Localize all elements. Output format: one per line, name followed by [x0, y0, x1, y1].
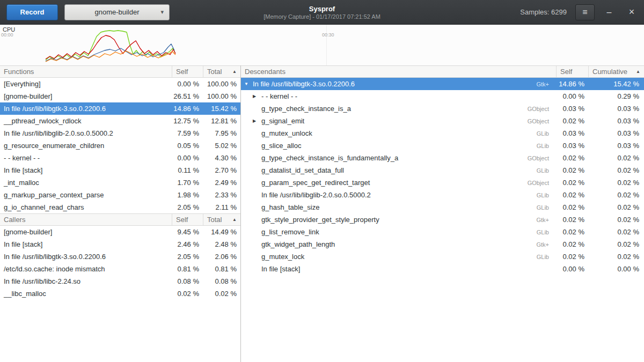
- self-percent: 2.46 %: [172, 240, 203, 248]
- column-header-total[interactable]: Total ▲: [203, 214, 240, 225]
- symbol-name: __pthread_rwlock_rdlock: [0, 117, 172, 125]
- self-percent: 12.75 %: [172, 117, 203, 125]
- table-row[interactable]: In file [stack]0.11 %2.70 %: [0, 164, 240, 176]
- symbol-name: In file /usr/lib/libgtk-3.so.0.2200.6: [0, 105, 172, 113]
- self-percent: 0.02 %: [556, 228, 588, 236]
- symbol-name: g_mutex_unlock: [261, 129, 312, 137]
- cpu-chart: [0, 25, 644, 65]
- table-row[interactable]: In file /usr/lib/libglib-2.0.so.0.5000.2…: [0, 127, 240, 139]
- title-box: Sysprof [Memory Capture] - 01/17/2017 07…: [264, 4, 380, 20]
- cumulative-percent: 0.00 %: [588, 265, 644, 273]
- table-row[interactable]: g_resource_enumerate_children0.05 %5.02 …: [0, 139, 240, 152]
- expander-open-icon[interactable]: ▼: [244, 82, 251, 86]
- column-header-functions[interactable]: Functions: [0, 66, 172, 77]
- close-button[interactable]: ×: [625, 5, 639, 19]
- table-row[interactable]: g_hash_table_sizeGLib0.02 %0.02 %: [241, 201, 644, 213]
- record-button[interactable]: Record: [6, 4, 58, 20]
- right-panel-empty-space: [241, 275, 644, 362]
- table-row[interactable]: [gnome-builder]26.51 %100.00 %: [0, 90, 240, 102]
- table-row[interactable]: [gnome-builder]9.45 %14.49 %: [0, 226, 240, 238]
- expander-closed-icon[interactable]: ▶: [253, 94, 259, 99]
- table-row[interactable]: In file [stack]2.46 %2.48 %: [0, 238, 240, 250]
- menu-button[interactable]: ≡: [575, 4, 595, 20]
- column-header-cumulative[interactable]: Cumulative ▲: [588, 66, 644, 77]
- symbol-name: gtk_style_provider_get_style_property: [261, 216, 379, 224]
- self-percent: 0.02 %: [556, 240, 588, 248]
- table-row[interactable]: g_slice_allocGLib0.03 %0.03 %: [241, 139, 644, 152]
- self-percent: 26.51 %: [172, 92, 203, 100]
- total-percent: 0.08 %: [203, 277, 240, 285]
- total-percent: 100.00 %: [203, 80, 240, 88]
- table-row[interactable]: g_markup_parse_context_parse1.98 %2.33 %: [0, 189, 240, 201]
- table-row[interactable]: gtk_widget_path_lengthGtk+0.02 %0.02 %: [241, 238, 644, 250]
- column-header-total-label: Total: [207, 68, 222, 76]
- table-row[interactable]: g_list_remove_linkGLib0.02 %0.02 %: [241, 226, 644, 238]
- symbol-name: g_mutex_lock: [261, 253, 304, 261]
- window-subtitle: [Memory Capture] - 01/17/2017 07:21:52 A…: [264, 13, 380, 20]
- column-header-self[interactable]: Self: [556, 66, 588, 77]
- minimize-button[interactable]: –: [602, 5, 616, 19]
- symbol-cell: g_mutex_unlockGLib: [241, 129, 556, 137]
- total-percent: 5.02 %: [203, 142, 240, 150]
- cpu-graph-area[interactable]: CPU 00:00 00:30: [0, 25, 644, 65]
- expander-closed-icon[interactable]: ▶: [253, 119, 259, 123]
- library-badge: GObject: [522, 118, 552, 124]
- total-percent: 14.49 %: [203, 228, 240, 236]
- column-header-descendants[interactable]: Descendants: [241, 66, 556, 77]
- functions-header: Functions Self Total ▲: [0, 65, 240, 78]
- self-percent: 0.02 %: [556, 154, 588, 162]
- table-row[interactable]: In file /usr/lib/libc-2.24.so0.08 %0.08 …: [0, 275, 240, 287]
- table-row[interactable]: - - kernel - -0.00 %4.30 %: [0, 152, 240, 164]
- table-row[interactable]: __libc_malloc0.02 %0.02 %: [0, 287, 240, 300]
- table-row[interactable]: In file /usr/lib/libglib-2.0.so.0.5000.2…: [241, 189, 644, 201]
- table-row[interactable]: g_type_check_instance_is_fundamentally_a…: [241, 152, 644, 164]
- symbol-cell: g_datalist_id_set_data_fullGLib: [241, 166, 556, 174]
- table-row[interactable]: In file /usr/lib/libgtk-3.so.0.2200.614.…: [0, 102, 240, 115]
- callers-list: [gnome-builder]9.45 %14.49 %In file [sta…: [0, 226, 240, 300]
- table-row[interactable]: ▶- - kernel - -0.00 %0.29 %: [241, 90, 644, 102]
- symbol-cell: g_hash_table_sizeGLib: [241, 203, 556, 211]
- table-row[interactable]: g_mutex_lockGLib0.02 %0.02 %: [241, 250, 644, 263]
- table-row[interactable]: g_type_check_instance_is_aGObject0.03 %0…: [241, 102, 644, 115]
- library-badge: Gtk+: [531, 81, 552, 87]
- symbol-name: In file /usr/lib/libglib-2.0.so.0.5000.2: [261, 191, 371, 199]
- symbol-name: g_type_check_instance_is_fundamentally_a: [261, 154, 398, 162]
- column-header-callers[interactable]: Callers: [0, 214, 172, 225]
- table-row[interactable]: ▶g_signal_emitGObject0.02 %0.03 %: [241, 115, 644, 127]
- self-percent: 0.03 %: [556, 129, 588, 137]
- table-row[interactable]: gtk_style_provider_get_style_propertyGtk…: [241, 213, 644, 226]
- self-percent: 2.05 %: [172, 203, 203, 211]
- column-header-total[interactable]: Total ▲: [203, 66, 240, 77]
- self-percent: 0.02 %: [556, 191, 588, 199]
- total-percent: 2.33 %: [203, 191, 240, 199]
- callers-header: Callers Self Total ▲: [0, 213, 240, 226]
- table-row[interactable]: In file [stack]0.00 %0.00 %: [241, 263, 644, 275]
- table-row[interactable]: [Everything]0.00 %100.00 %: [0, 78, 240, 90]
- table-row[interactable]: ▼In file /usr/lib/libgtk-3.so.0.2200.6Gt…: [241, 78, 644, 90]
- symbol-cell: g_type_check_instance_is_aGObject: [241, 105, 556, 113]
- total-percent: 100.00 %: [203, 92, 240, 100]
- table-row[interactable]: __pthread_rwlock_rdlock12.75 %12.81 %: [0, 115, 240, 127]
- table-row[interactable]: g_param_spec_get_redirect_targetGObject0…: [241, 176, 644, 189]
- headerbar: Record gnome-builder ▾ Sysprof [Memory C…: [0, 0, 644, 25]
- table-row[interactable]: /etc/ld.so.cache: inode mismatch0.81 %0.…: [0, 263, 240, 275]
- self-percent: 0.05 %: [172, 142, 203, 150]
- library-badge: GLib: [531, 130, 552, 137]
- self-percent: 0.02 %: [556, 253, 588, 261]
- table-row[interactable]: _int_malloc1.70 %2.49 %: [0, 176, 240, 189]
- table-row[interactable]: g_datalist_id_set_data_fullGLib0.02 %0.0…: [241, 164, 644, 176]
- cumulative-percent: 0.02 %: [588, 179, 644, 187]
- self-percent: 14.86 %: [556, 80, 588, 88]
- table-row[interactable]: g_io_channel_read_chars2.05 %2.11 %: [0, 201, 240, 213]
- table-row[interactable]: In file /usr/lib/libgtk-3.so.0.2200.62.0…: [0, 250, 240, 263]
- profile-target-dropdown[interactable]: gnome-builder ▾: [64, 4, 170, 20]
- left-panel-empty-space: [0, 300, 240, 362]
- symbol-name: g_type_check_instance_is_a: [261, 105, 351, 113]
- symbol-name: [gnome-builder]: [0, 228, 172, 236]
- self-percent: 2.05 %: [172, 253, 203, 261]
- self-percent: 0.02 %: [556, 117, 588, 125]
- column-header-self[interactable]: Self: [172, 66, 203, 77]
- symbol-name: g_param_spec_get_redirect_target: [261, 179, 370, 187]
- column-header-self[interactable]: Self: [172, 214, 203, 225]
- table-row[interactable]: g_mutex_unlockGLib0.03 %0.03 %: [241, 127, 644, 139]
